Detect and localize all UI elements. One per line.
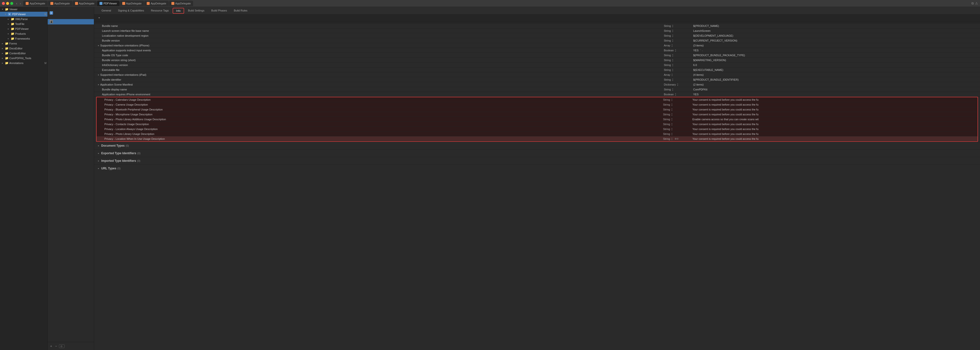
- editor-tab[interactable]: AppDelegate: [48, 1, 72, 6]
- privacy-row[interactable]: Privacy - Photo Library Additions Usage …: [97, 117, 978, 122]
- type-stepper[interactable]: ▲▼: [671, 113, 673, 116]
- type-stepper[interactable]: ▲▼: [677, 83, 679, 86]
- table-row[interactable]: InfoDictionary version String ▲▼ 6.0: [94, 62, 980, 67]
- tab-icon: [147, 2, 150, 5]
- table-row[interactable]: ▸ Supported interface orientations (iPad…: [94, 72, 980, 77]
- content-tab-general[interactable]: General: [98, 8, 115, 14]
- sidebar-item-label: Products: [15, 32, 25, 35]
- privacy-row[interactable]: Privacy - Bluetooth Peripheral Usage Des…: [97, 107, 978, 112]
- table-row[interactable]: Bundle version string (short) String ▲▼ …: [94, 58, 980, 62]
- privacy-row[interactable]: Privacy - Location Always Usage Descript…: [97, 127, 978, 132]
- type-stepper[interactable]: ▲▼: [672, 29, 674, 32]
- table-row[interactable]: Executable file String ▲▼ $(EXECUTABLE_N…: [94, 67, 980, 72]
- content-tab-resource-tags[interactable]: Resource Tags: [148, 8, 172, 14]
- editor-tab[interactable]: AppDelegate: [23, 1, 48, 6]
- table-row[interactable]: Bundle identifier String ▲▼ $(PRODUCT_BU…: [94, 77, 980, 82]
- content-tab-build-phases[interactable]: Build Phases: [208, 8, 230, 14]
- minimize-button[interactable]: [6, 2, 9, 5]
- type-stepper[interactable]: ▲▼: [672, 63, 674, 67]
- editor-tab[interactable]: PDFViewer: [97, 1, 119, 6]
- type-stepper[interactable]: ▲▼: [671, 108, 673, 111]
- type-stepper[interactable]: ▲▼: [672, 78, 674, 81]
- sidebar-item-viewer[interactable]: ▾ 📁 Viewer: [0, 7, 48, 12]
- editor-tab[interactable]: AppDelegate: [120, 1, 144, 6]
- bottom-section-url-types[interactable]: ▸ URL Types (0): [94, 164, 980, 172]
- sidebar-item-pdfviewer[interactable]: ▸ 📁 PDFViewer: [0, 26, 48, 31]
- bottom-section-imported-type-identifiers[interactable]: ▸ Imported Type Identifiers (0): [94, 157, 980, 164]
- type-stepper[interactable]: ▲▼: [675, 92, 676, 96]
- type-stepper[interactable]: ▲▼: [671, 73, 673, 76]
- type-stepper[interactable]: ▲▼: [671, 123, 673, 126]
- type-stepper[interactable]: ▲▼: [671, 98, 673, 102]
- table-row[interactable]: Localization native development region S…: [94, 33, 980, 38]
- sidebar-item-compdfkit_tools[interactable]: ▸ 📁 ComPDFKit_Tools: [0, 56, 48, 60]
- table-row[interactable]: Bundle display name String ▲▼ ComPDFKit: [94, 87, 980, 92]
- sidebar-item-pdfviewer[interactable]: ▾ X PDFViewer M: [0, 12, 48, 17]
- prop-key: Bundle identifier: [98, 78, 664, 81]
- type-stepper[interactable]: ▲▼: [672, 88, 674, 91]
- table-row[interactable]: ▸ Application Scene Manifest Dictionary …: [94, 82, 980, 87]
- close-button[interactable]: [2, 2, 5, 5]
- sidebar-item-products[interactable]: ▸ 📁 Products: [0, 31, 48, 36]
- back-button[interactable]: ‹: [15, 2, 18, 5]
- privacy-row[interactable]: Privacy - Calendars Usage Description St…: [97, 97, 978, 102]
- type-stepper[interactable]: ▲▼: [671, 118, 673, 121]
- sidebar-item-testfile[interactable]: ▸ 📁 TestFile: [0, 22, 48, 26]
- prop-key: Privacy - Location When In Use Usage Des…: [100, 137, 663, 140]
- sidebar-item-forms[interactable]: ▸ 📁 Forms: [0, 41, 48, 46]
- editor-tab[interactable]: AppDelegate: [169, 1, 193, 6]
- row-actions[interactable]: ⊕⊖: [675, 137, 679, 140]
- bottom-section-document-types[interactable]: ▸ Document Types (0): [94, 142, 980, 150]
- editor-tab[interactable]: AppDelegate: [73, 1, 97, 6]
- type-stepper[interactable]: ▲▼: [671, 44, 673, 47]
- content-tab-build-rules[interactable]: Build Rules: [230, 8, 251, 14]
- type-stepper[interactable]: ▲▼: [675, 49, 676, 52]
- type-stepper[interactable]: ▲▼: [672, 39, 674, 42]
- target-item-pdfviewer[interactable]: 📱: [48, 19, 94, 24]
- table-row[interactable]: Application supports indirect input even…: [94, 48, 980, 53]
- table-row[interactable]: Launch screen interface file base name S…: [94, 29, 980, 33]
- type-stepper[interactable]: ▲▼: [671, 132, 673, 136]
- type-stepper[interactable]: ▲▼: [672, 34, 674, 37]
- type-stepper[interactable]: ▲▼: [672, 68, 674, 72]
- sidebar-item-annotations[interactable]: ▸ 📁 Annotations M: [0, 60, 48, 65]
- prop-value: $(PRODUCT_BUNDLE_IDENTIFIER): [693, 78, 739, 81]
- badge: M: [45, 62, 46, 65]
- add-button[interactable]: +: [49, 344, 53, 348]
- warning-button[interactable]: ⚠: [975, 2, 978, 5]
- prop-value-cell: (2 items): [693, 83, 976, 86]
- table-row[interactable]: ▸ Supported interface orientations (iPho…: [94, 43, 980, 48]
- table-row[interactable]: Bundle OS Type code String ▲▼ $(PRODUCT_…: [94, 53, 980, 58]
- type-stepper[interactable]: ▲▼: [671, 103, 673, 106]
- editor-tab[interactable]: AppDelegate: [144, 1, 169, 6]
- forward-button[interactable]: ›: [19, 2, 22, 5]
- content-tab-build-settings[interactable]: Build Settings: [185, 8, 208, 14]
- table-row[interactable]: Bundle version String ▲▼ $(CURRENT_PROJE…: [94, 38, 980, 43]
- maximize-button[interactable]: [10, 2, 13, 5]
- sidebar-item-docseditor[interactable]: ▸ 📁 DocsEditor: [0, 46, 48, 51]
- content-tab-info[interactable]: Info: [173, 8, 184, 14]
- privacy-row[interactable]: Privacy - Camera Usage Description Strin…: [97, 102, 978, 107]
- type-stepper[interactable]: ▲▼: [671, 127, 673, 131]
- content-tab-signing-&-capabilities[interactable]: Signing & Capabilities: [115, 8, 148, 14]
- sidebar-item-xmlparse[interactable]: ▸ 📁 XMLParse: [0, 17, 48, 22]
- type-stepper[interactable]: ▲▼: [672, 59, 674, 62]
- table-row[interactable]: Application requires iPhone environment …: [94, 92, 980, 97]
- split-view-button[interactable]: ⧉: [972, 2, 974, 5]
- type-stepper[interactable]: ▲▼: [671, 137, 673, 140]
- privacy-row[interactable]: Privacy - Photo Library Usage Descriptio…: [97, 132, 978, 136]
- privacy-row[interactable]: Privacy - Microphone Usage Description S…: [97, 112, 978, 117]
- project-item-pdfviewer[interactable]: X: [48, 10, 94, 16]
- sidebar-item-frameworks[interactable]: ▸ 📁 Frameworks: [0, 36, 48, 41]
- privacy-row[interactable]: Privacy - Contacts Usage Description Str…: [97, 122, 978, 127]
- privacy-row[interactable]: Privacy - Location When In Use Usage Des…: [97, 136, 978, 141]
- sidebar-item-contenteditor[interactable]: ▸ 📁 ContentEditor: [0, 51, 48, 56]
- type-stepper[interactable]: ▲▼: [672, 24, 674, 28]
- section-title: Imported Type Identifiers: [101, 159, 136, 162]
- custom-ios-section-header[interactable]: ▼: [94, 15, 980, 21]
- remove-button[interactable]: −: [54, 344, 58, 348]
- table-row[interactable]: Bundle name String ▲▼ $(PRODUCT_NAME): [94, 24, 980, 29]
- type-stepper[interactable]: ▲▼: [672, 54, 674, 57]
- filter-button[interactable]: ⊙: [59, 344, 65, 348]
- bottom-section-exported-type-identifiers[interactable]: ▸ Exported Type Identifiers (0): [94, 150, 980, 157]
